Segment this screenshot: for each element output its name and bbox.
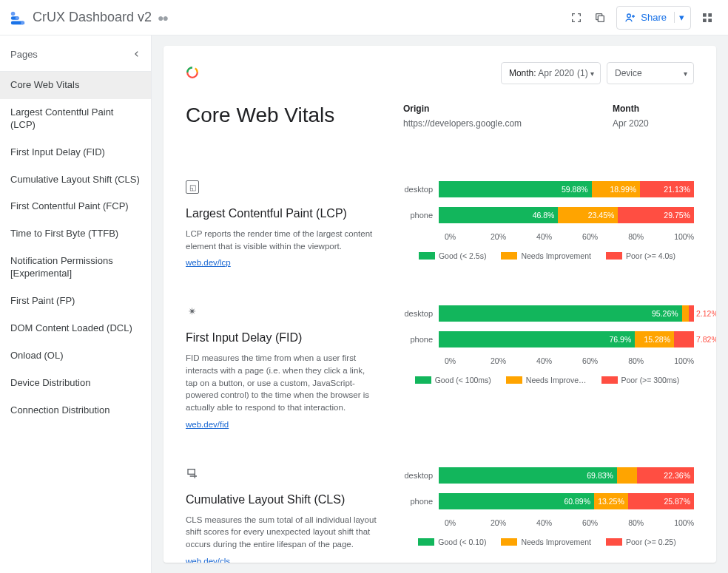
metric-link[interactable]: web.dev/fid xyxy=(186,420,229,429)
sidebar: Pages Core Web VitalsLargest Contentful … xyxy=(0,35,152,573)
chart-legend: Good (< 100ms)Needs Improve…Poor (>= 300… xyxy=(400,376,694,384)
sidebar-item[interactable]: First Contentful Paint (FCP) xyxy=(0,193,151,220)
month-filter[interactable]: Month: Apr 2020 (1) ▾ xyxy=(501,62,601,84)
lcp-icon: ◱ xyxy=(186,180,199,194)
bar-segment-poor: 22.36% xyxy=(637,467,694,484)
datastudio-logo-icon xyxy=(9,9,27,27)
axis-tick: 100% xyxy=(674,356,694,365)
bar-category-label: phone xyxy=(400,211,439,220)
legend-label: Good (< 100ms) xyxy=(435,376,491,384)
bar-category-label: desktop xyxy=(400,309,439,318)
axis-tick: 20% xyxy=(491,518,536,527)
axis-tick: 0% xyxy=(445,518,491,527)
device-filter-label: Device xyxy=(615,68,642,78)
legend-swatch-icon xyxy=(418,538,434,546)
legend-item: Poor (>= 4.0s) xyxy=(606,251,675,260)
bar-category-label: phone xyxy=(400,497,439,506)
share-dropdown-arrow[interactable]: ▾ xyxy=(674,12,684,23)
axis-tick: 80% xyxy=(628,356,674,365)
bar-track: 59.88%18.99%21.13% xyxy=(439,181,694,197)
sidebar-item[interactable]: Core Web Vitals xyxy=(0,72,151,99)
device-filter[interactable]: Device ▾ xyxy=(607,62,694,84)
legend-swatch-icon xyxy=(419,252,435,260)
sidebar-item[interactable]: Largest Contentful Paint (LCP) xyxy=(0,99,151,139)
legend-item: Good (< 0.10) xyxy=(418,538,486,546)
app-title: CrUX Dashboard v2 xyxy=(33,10,152,25)
sidebar-item[interactable]: Device Distribution xyxy=(0,370,151,397)
axis-tick: 40% xyxy=(536,232,582,241)
sidebar-item[interactable]: First Input Delay (FID) xyxy=(0,139,151,166)
axis-tick: 40% xyxy=(536,356,582,365)
bar-track: 76.9%15.28%7.82% xyxy=(439,331,694,347)
sidebar-item[interactable]: Cumulative Layout Shift (CLS) xyxy=(0,166,151,194)
axis-tick: 20% xyxy=(491,356,536,365)
topbar: CrUX Dashboard v2 ●● Share ▾ xyxy=(0,0,728,35)
metric-link[interactable]: web.dev/lcp xyxy=(186,258,231,267)
copy-button[interactable] xyxy=(588,6,612,30)
axis-tick: 0% xyxy=(445,232,491,241)
legend-swatch-icon xyxy=(606,538,622,546)
share-button-label: Share xyxy=(641,12,667,23)
axis-tick: 100% xyxy=(674,232,694,241)
sidebar-item[interactable]: Time to First Byte (TTFB) xyxy=(0,220,151,248)
bar-segment-ni: 23.45% xyxy=(558,207,618,223)
bar-segment-poor: 7.82% xyxy=(674,331,694,347)
legend-label: Needs Improvement xyxy=(521,538,591,546)
bar-segment-ni: 13.25% xyxy=(594,493,628,509)
sidebar-item[interactable]: Connection Distribution xyxy=(0,397,151,424)
axis-tick: 20% xyxy=(491,232,536,241)
apps-grid-button[interactable] xyxy=(695,6,719,30)
origin-label: Origin xyxy=(403,104,576,114)
legend-swatch-icon xyxy=(506,376,522,384)
sidebar-item[interactable]: Onload (OL) xyxy=(0,342,151,370)
stacked-bar-chart: desktop69.83%7.8122.36%phone60.89%13.25%… xyxy=(400,467,694,546)
month-value: Apr 2020 xyxy=(613,118,694,129)
metric-link[interactable]: web.dev/cls xyxy=(186,557,230,563)
metric-desc: LCP reports the render time of the large… xyxy=(186,228,378,252)
month-filter-value: Apr 2020 xyxy=(538,68,574,78)
share-button[interactable]: Share ▾ xyxy=(616,6,691,30)
legend-swatch-icon xyxy=(415,376,431,384)
axis-tick: 60% xyxy=(582,518,628,527)
svg-point-4 xyxy=(16,16,19,20)
bar-segment-good: 60.89% xyxy=(439,493,594,509)
origin-value: https://developers.google.com xyxy=(403,118,576,129)
bar-segment-ni xyxy=(682,305,689,322)
legend-item: Needs Improvement xyxy=(501,538,591,546)
metric-desc: CLS measures the sum total of all indivi… xyxy=(186,514,378,551)
metric-title: First Input Delay (FID) xyxy=(186,331,378,345)
svg-rect-9 xyxy=(703,18,707,22)
bar-track: 46.8%23.45%29.75% xyxy=(439,207,694,223)
x-axis: 0%20%40%60%80%100% xyxy=(445,232,694,241)
legend-item: Needs Improvement xyxy=(501,251,591,260)
bar-segment-good: 69.83% xyxy=(439,467,617,484)
sidebar-item[interactable]: Notification Permissions [Experimental] xyxy=(0,248,151,288)
collapse-sidebar-button[interactable] xyxy=(133,47,141,61)
bar-segment-good: 76.9% xyxy=(439,331,635,347)
legend-label: Poor (>= 0.25) xyxy=(626,538,676,546)
x-axis: 0%20%40%60%80%100% xyxy=(445,518,694,527)
sidebar-item[interactable]: First Paint (FP) xyxy=(0,288,151,315)
page-title: Core Web Vitals xyxy=(186,104,385,129)
legend-swatch-icon xyxy=(501,538,517,546)
legend-label: Poor (>= 4.0s) xyxy=(626,251,675,260)
metric-title: Largest Contentful Paint (LCP) xyxy=(186,207,378,220)
legend-item: Good (< 2.5s) xyxy=(419,251,487,260)
legend-swatch-icon xyxy=(606,252,622,260)
axis-tick: 100% xyxy=(674,518,694,527)
bar-category-label: desktop xyxy=(400,471,439,480)
bar-category-label: phone xyxy=(400,335,439,344)
legend-item: Poor (>= 0.25) xyxy=(606,538,676,546)
fullscreen-button[interactable] xyxy=(564,6,588,30)
sidebar-item[interactable]: DOM Content Loaded (DCL) xyxy=(0,315,151,342)
bar-segment-ni: 15.28% xyxy=(635,331,674,347)
fid-icon: ✴ xyxy=(186,305,199,318)
bar-segment-ni: 18.99% xyxy=(592,181,641,197)
metric-desc: FID measures the time from when a user f… xyxy=(186,352,378,413)
axis-tick: 0% xyxy=(445,356,491,365)
svg-rect-11 xyxy=(188,469,195,474)
month-filter-count: (1) xyxy=(577,68,588,78)
axis-tick: 40% xyxy=(536,518,582,527)
metric-section-cls: Cumulative Layout Shift (CLS)CLS measure… xyxy=(186,467,694,563)
stacked-bar-chart: desktop59.88%18.99%21.13%phone46.8%23.45… xyxy=(400,180,694,260)
